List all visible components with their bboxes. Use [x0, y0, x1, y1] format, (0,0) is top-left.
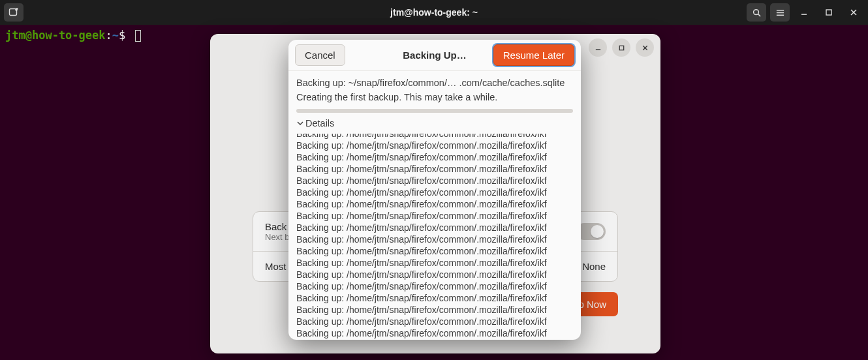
- log-line: Backing up: /home/jtm/snap/firefox/commo…: [296, 269, 573, 280]
- log-line: Backing up: /home/jtm/snap/firefox/commo…: [296, 304, 573, 316]
- close-icon: [850, 8, 858, 16]
- cancel-button[interactable]: Cancel: [295, 44, 345, 66]
- hamburger-icon: [775, 8, 785, 18]
- svg-point-1: [753, 9, 758, 14]
- log-line: Backing up: /home/jtm/snap/firefox/commo…: [296, 280, 573, 292]
- terminal-plus-icon: [8, 7, 19, 18]
- log-line: Backing up: /home/jtm/snap/firefox/commo…: [296, 198, 573, 210]
- minimize-button[interactable]: [794, 8, 814, 16]
- log-line: Backing up: /home/jtm/snap/firefox/commo…: [296, 187, 573, 198]
- terminal-cursor: [135, 30, 141, 42]
- maximize-icon: [825, 8, 833, 16]
- search-icon: [752, 8, 762, 18]
- terminal-title: jtm@how-to-geek: ~: [0, 7, 868, 18]
- resume-later-button[interactable]: Resume Later: [493, 44, 574, 66]
- log-line: Backing up: /home/jtm/snap/firefox/commo…: [296, 175, 573, 187]
- dialog-header: Cancel Backing Up… Resume Later: [288, 40, 581, 71]
- log-line: Backing up: /home/jtm/snap/firefox/commo…: [296, 327, 573, 339]
- backup-progress-dialog: Cancel Backing Up… Resume Later Backing …: [288, 40, 581, 340]
- search-button[interactable]: [747, 3, 766, 22]
- log-line: Backing up: /home/jtm/snap/firefox/commo…: [296, 210, 573, 222]
- details-expander[interactable]: Details: [296, 118, 573, 128]
- minimize-icon: [800, 8, 808, 16]
- log-line: Backing up: /home/jtm/snap/firefox/commo…: [296, 222, 573, 233]
- log-line: Backing up: /home/jtm/snap/firefox/commo…: [296, 257, 573, 269]
- log-line: Backing up: /home/jtm/snap/firefox/commo…: [296, 151, 573, 163]
- new-tab-button[interactable]: [4, 3, 23, 22]
- close-window-button[interactable]: [843, 8, 864, 16]
- log-line: Backing up: /home/jtm/snap/firefox/commo…: [296, 292, 573, 304]
- progress-bar: [296, 109, 573, 113]
- prompt-user-host: jtm@how-to-geek: [5, 29, 106, 42]
- log-line: Backing up: /home/jtm/snap/firefox/commo…: [296, 245, 573, 257]
- log-line: Backing up: /home/jtm/snap/firefox/commo…: [296, 316, 573, 327]
- log-line: Backing up: /home/jtm/snap/firefox/commo…: [296, 163, 573, 175]
- status-message: Creating the first backup. This may take…: [296, 92, 573, 102]
- terminal-titlebar: jtm@how-to-geek: ~: [0, 0, 868, 25]
- menu-button[interactable]: [770, 3, 790, 22]
- chevron-down-icon: [296, 119, 304, 127]
- log-line: Backing up: /home/jtm/snap/firefox/commo…: [296, 140, 573, 151]
- log-line: Backing up: /home/jtm/snap/firefox/commo…: [296, 233, 573, 245]
- prompt-path: ~: [112, 29, 119, 42]
- svg-line-2: [758, 14, 760, 16]
- svg-rect-7: [826, 10, 831, 15]
- current-file-label: Backing up: ~/snap/firefox/common/… .com…: [296, 78, 573, 88]
- log-line: Backing up: /home/jtm/snap/firefox/commo…: [296, 134, 573, 140]
- details-log[interactable]: Backing up: /home/jtm/snap/firefox/commo…: [288, 134, 581, 340]
- maximize-button[interactable]: [818, 8, 839, 16]
- details-label: Details: [305, 118, 334, 128]
